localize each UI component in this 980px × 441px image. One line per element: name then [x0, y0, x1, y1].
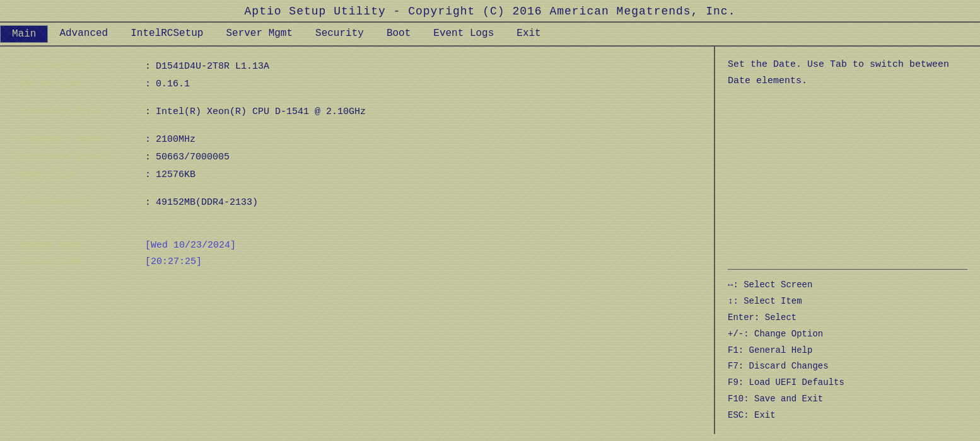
title-bar: Aptio Setup Utility - Copyright (C) 2016… — [0, 0, 980, 21]
right-panel: Set the Date. Use Tab to switch between … — [715, 47, 980, 434]
cache-size-value: 12576KB — [156, 168, 195, 183]
menu-item-intelrcsetup[interactable]: IntelRCSetup — [119, 25, 214, 43]
system-date-value[interactable]: [Wed 10/23/2024] — [145, 238, 236, 253]
key-help: ↔: Select Screen ↕: Select Item Enter: S… — [728, 277, 967, 424]
spacer-1 — [19, 94, 695, 105]
key-change-option: +/-: Change Option — [728, 326, 967, 343]
processor-speed-row: Processor Speed : 2100MHz — [19, 132, 695, 147]
uefi-version-label: UEFI Version — [19, 59, 145, 74]
processor-type-separator: : — [145, 105, 151, 120]
microcode-separator: : — [145, 150, 151, 165]
microcode-label: Microcode Update — [19, 150, 145, 165]
key-f7: F7: Discard Changes — [728, 358, 967, 375]
menu-item-main[interactable]: Main — [0, 25, 48, 43]
processor-type-value: Intel(R) Xeon(R) CPU D-1541 @ 2.10GHz — [156, 105, 366, 120]
menu-item-advanced[interactable]: Advanced — [48, 25, 119, 43]
key-select-item: ↕: Select Item — [728, 294, 967, 310]
key-f10: F10: Save and Exit — [728, 391, 967, 408]
bmc-version-value: 0.16.1 — [156, 77, 190, 92]
processor-type-row: Processor Type : Intel(R) Xeon(R) CPU D-… — [19, 105, 695, 120]
spacer-3 — [19, 185, 695, 195]
key-f7-label: F7: Discard Changes — [728, 358, 829, 375]
system-date-label: System Date — [19, 238, 145, 253]
help-text: Set the Date. Use Tab to switch between … — [728, 57, 967, 89]
menu-item-boot[interactable]: Boot — [375, 25, 422, 43]
cache-size-label: Cache Size — [19, 168, 145, 183]
processor-speed-separator: : — [145, 132, 151, 147]
key-f1: F1: General Help — [728, 343, 967, 359]
total-memory-separator: : — [145, 195, 151, 210]
spacer-2 — [19, 122, 695, 132]
total-memory-row: Total Memory : 49152MB(DDR4-2133) — [19, 195, 695, 210]
microcode-row: Microcode Update : 50663/7000005 — [19, 150, 695, 165]
processor-speed-value: 2100MHz — [156, 132, 195, 147]
key-esc-label: ESC: Exit — [728, 408, 816, 424]
cache-size-row: Cache Size : 12576KB — [19, 168, 695, 183]
menu-bar[interactable]: Main Advanced IntelRCSetup Server Mgmt S… — [0, 21, 980, 47]
menu-item-exit[interactable]: Exit — [505, 25, 552, 43]
bmc-version-label: BMC Version — [19, 77, 145, 92]
spacer-5 — [19, 223, 695, 233]
left-panel: UEFI Version : D1541D4U-2T8R L1.13A BMC … — [0, 47, 715, 434]
key-esc: ESC: Exit — [728, 408, 967, 424]
key-change-option-label: +/-: Change Option — [728, 326, 823, 343]
key-f1-label: F1: General Help — [728, 343, 816, 359]
processor-speed-label: Processor Speed — [19, 132, 145, 147]
bmc-version-row: BMC Version : 0.16.1 — [19, 77, 695, 92]
system-date-row[interactable]: System Date [Wed 10/23/2024] — [19, 238, 695, 253]
menu-item-servermgmt[interactable]: Server Mgmt — [214, 25, 304, 43]
bmc-separator: : — [145, 77, 151, 92]
title-text: Aptio Setup Utility - Copyright (C) 2016… — [245, 5, 736, 18]
system-time-label: System Time — [19, 255, 145, 270]
key-f9: F9: Load UEFI Defaults — [728, 375, 967, 391]
key-select-item-label: ↕: Select Item — [728, 294, 816, 310]
microcode-value: 50663/7000005 — [156, 150, 230, 165]
system-time-value[interactable]: [20:27:25] — [145, 255, 202, 270]
content-area: UEFI Version : D1541D4U-2T8R L1.13A BMC … — [0, 47, 980, 434]
help-divider — [728, 269, 967, 270]
processor-type-label: Processor Type — [19, 105, 145, 120]
menu-item-eventlogs[interactable]: Event Logs — [422, 25, 505, 43]
cache-size-separator: : — [145, 168, 151, 183]
key-select-screen: ↔: Select Screen — [728, 277, 967, 294]
key-f9-label: F9: Load UEFI Defaults — [728, 375, 844, 391]
uefi-version-value: D1541D4U-2T8R L1.13A — [156, 59, 269, 74]
key-help-section: ↔: Select Screen ↕: Select Item Enter: S… — [728, 261, 967, 424]
datetime-section: System Date [Wed 10/23/2024] System Time… — [19, 238, 695, 270]
system-time-row[interactable]: System Time [20:27:25] — [19, 255, 695, 270]
spacer-4 — [19, 213, 695, 223]
total-memory-label: Total Memory — [19, 195, 145, 210]
key-enter-label: Enter: Select — [728, 310, 816, 326]
uefi-version-row: UEFI Version : D1541D4U-2T8R L1.13A — [19, 59, 695, 74]
uefi-separator: : — [145, 59, 151, 74]
key-f10-label: F10: Save and Exit — [728, 391, 823, 408]
key-enter: Enter: Select — [728, 310, 967, 326]
total-memory-value: 49152MB(DDR4-2133) — [156, 195, 258, 210]
bios-screen: Aptio Setup Utility - Copyright (C) 2016… — [0, 0, 980, 441]
key-select-screen-label: ↔: Select Screen — [728, 277, 816, 294]
menu-item-security[interactable]: Security — [304, 25, 375, 43]
